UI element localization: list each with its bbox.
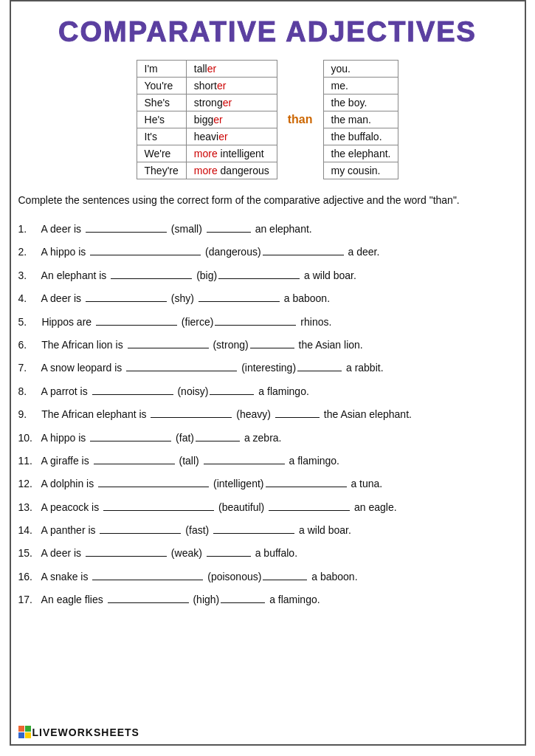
object-1: you. (323, 61, 398, 78)
ex-adj-4: (shy) (168, 288, 197, 309)
blank-14b[interactable] (213, 533, 294, 534)
ex-num-1: 1. (18, 219, 39, 240)
blank-10b[interactable] (196, 441, 240, 441)
ex-text-7a: A snow leopard is (39, 357, 125, 379)
liveworksheets-logo: LIVEWORKSHEETS (18, 726, 139, 738)
blank-11a[interactable] (94, 464, 175, 464)
blank-17b[interactable] (221, 602, 265, 603)
ex-text-1b: an elephant. (252, 219, 312, 240)
blank-1a[interactable] (86, 232, 167, 233)
subject-4: He's (137, 111, 186, 128)
blank-12b[interactable] (266, 487, 347, 487)
blank-16b[interactable] (263, 580, 307, 580)
ex-text-13b: an eagle. (351, 497, 397, 518)
blank-13a[interactable] (103, 510, 214, 511)
grammar-table: I'm taller than you. You're shorter me. … (137, 60, 399, 179)
subject-1: I'm (137, 61, 186, 78)
ex-text-17a: An eagle flies (39, 589, 106, 611)
object-3: the boy. (323, 94, 398, 111)
ex-adj-5: (fierce) (179, 312, 213, 333)
blank-5b[interactable] (215, 325, 296, 326)
blank-11b[interactable] (204, 464, 285, 464)
ex-num-7: 7. (18, 357, 39, 379)
blank-1b[interactable] (207, 232, 251, 233)
ex-num-17: 17. (18, 589, 39, 611)
ex-text-8b: a flamingo. (255, 381, 308, 402)
object-2: me. (323, 78, 398, 94)
exercises-section: 1. A deer is (small) an elephant. 2. A h… (18, 219, 517, 611)
blank-8b[interactable] (210, 394, 254, 395)
ex-text-12b: a tuna. (348, 473, 383, 495)
blank-14a[interactable] (100, 533, 181, 534)
footer: LIVEWORKSHEETS (18, 726, 139, 738)
ex-text-14b: a wild boar. (296, 520, 351, 541)
ex-adj-17: (high) (190, 589, 220, 611)
adjective-7: more dangerous (186, 162, 277, 179)
blank-6b[interactable] (250, 348, 294, 348)
ex-text-1a: A deer is (39, 219, 84, 240)
subject-2: You're (137, 78, 186, 94)
blank-2b[interactable] (263, 255, 344, 255)
ex-text-2a: A hippo is (39, 241, 89, 263)
ex-num-14: 14. (18, 520, 39, 541)
exercise-11: 11. A giraffe is (tall) a flamingo. (18, 450, 517, 472)
blank-2a[interactable] (90, 255, 201, 255)
ex-num-12: 12. (18, 473, 39, 495)
blank-4a[interactable] (86, 301, 167, 302)
object-6: the elephant. (323, 145, 398, 162)
ex-num-15: 15. (18, 543, 39, 564)
ex-text-15a: A deer is (39, 543, 84, 564)
exercise-12: 12. A dolphin is (intelligent) a tuna. (18, 473, 517, 495)
blank-10a[interactable] (90, 441, 171, 441)
ex-num-3: 3. (18, 265, 39, 286)
exercise-15: 15. A deer is (weak) a buffalo. (18, 543, 517, 564)
blank-4b[interactable] (199, 301, 280, 302)
ex-adj-7: (interesting) (238, 357, 296, 379)
object-7: my cousin. (323, 162, 398, 179)
blank-12a[interactable] (98, 487, 209, 487)
blank-7b[interactable] (297, 371, 342, 371)
object-4: the man. (323, 111, 398, 128)
instructions: Complete the sentences using the correct… (18, 193, 517, 208)
blank-5a[interactable] (96, 325, 177, 326)
ex-text-6a: The African lion is (39, 334, 126, 356)
page: COMPARATIVE ADJECTIVES I'm taller than y… (10, 0, 526, 746)
blank-3b[interactable] (218, 278, 300, 279)
ex-text-7b: a rabbit. (343, 357, 383, 379)
adjective-5: heavier (186, 128, 277, 145)
ex-num-5: 5. (18, 312, 39, 333)
blank-9a[interactable] (151, 417, 232, 418)
blank-9b[interactable] (275, 417, 320, 418)
exercise-16: 16. A snake is (poisonous) a baboon. (18, 566, 517, 588)
ex-text-9b: the Asian elephant. (321, 404, 412, 425)
ex-text-3a: An elephant is (39, 265, 110, 286)
blank-6a[interactable] (128, 348, 209, 348)
ex-num-2: 2. (18, 241, 39, 263)
adjective-2: shorter (186, 78, 277, 94)
blank-17a[interactable] (108, 602, 189, 603)
ex-num-9: 9. (18, 404, 39, 425)
page-title: COMPARATIVE ADJECTIVES (18, 16, 517, 48)
ex-text-16a: A snake is (39, 566, 92, 588)
ex-adj-12: (intelligent) (210, 473, 263, 495)
exercise-7: 7. A snow leopard is (interesting) a rab… (18, 357, 517, 379)
logo-sq-yellow (25, 732, 31, 738)
adjective-3: stronger (186, 94, 277, 111)
exercise-6: 6. The African lion is (strong) the Asia… (18, 334, 517, 356)
blank-3a[interactable] (111, 278, 192, 279)
ex-text-4b: a baboon. (281, 288, 330, 309)
logo-sq-blue (18, 732, 24, 738)
blank-16a[interactable] (92, 580, 203, 580)
ex-text-5a: Hippos are (39, 312, 94, 333)
ex-text-10b: a zebra. (241, 427, 281, 449)
subject-7: They're (137, 162, 186, 179)
ex-text-2b: a deer. (345, 241, 380, 263)
brand-name: LIVEWORKSHEETS (32, 726, 139, 738)
blank-15b[interactable] (207, 556, 251, 557)
ex-text-14a: A panther is (39, 520, 99, 541)
blank-15a[interactable] (86, 556, 167, 557)
blank-13b[interactable] (269, 510, 350, 511)
blank-8a[interactable] (92, 394, 173, 395)
exercise-1: 1. A deer is (small) an elephant. (18, 219, 517, 240)
blank-7a[interactable] (126, 371, 237, 371)
